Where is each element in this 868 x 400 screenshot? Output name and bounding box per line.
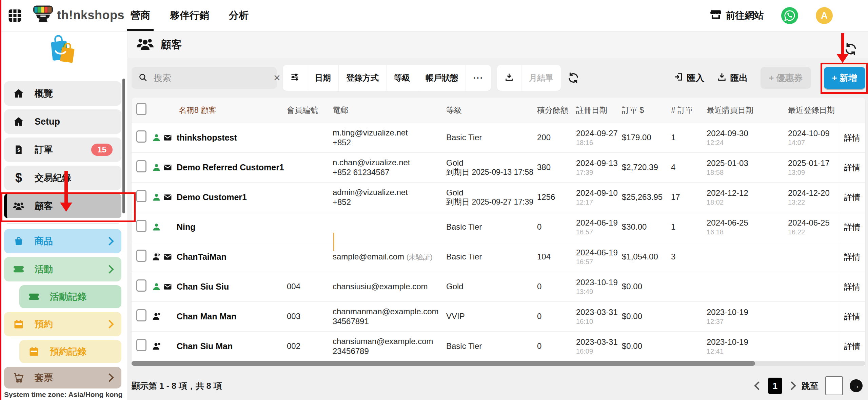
details-link[interactable]: 詳情 [839, 212, 865, 242]
nav-tab-analytics[interactable]: 分析 [229, 9, 249, 22]
orders-amount: $0.00 [609, 341, 658, 351]
import-button[interactable]: 匯入 [674, 72, 704, 84]
monthly-statement-button[interactable]: 月結單 [521, 65, 561, 91]
details-link[interactable]: 詳情 [839, 153, 865, 182]
chevron-right-icon [105, 265, 114, 273]
chevron-right-icon [105, 373, 114, 382]
column-header-email[interactable]: 電郵 [320, 105, 433, 115]
points-balance: 0 [524, 312, 563, 321]
points-balance: 200 [524, 133, 563, 142]
registered-date: 2024-06-1916:57 [563, 248, 609, 266]
clear-search-icon[interactable]: ✕ [273, 73, 281, 83]
statement-group: 月結單 [497, 65, 561, 91]
details-link[interactable]: 詳情 [839, 302, 865, 331]
row-checkbox[interactable] [136, 190, 146, 202]
jump-to-page-input[interactable] [825, 376, 843, 395]
prev-page-icon[interactable] [754, 381, 763, 390]
customer-name[interactable]: Chan Siu Siu [177, 282, 229, 292]
refresh-list-icon[interactable] [568, 72, 579, 84]
last-purchase-date: 2025-01-0318:58 [694, 159, 775, 177]
customer-name[interactable]: thinkshopstest [177, 133, 237, 143]
visit-site-link[interactable]: 前往網站 [710, 9, 764, 23]
table-row: ChanTaiMansample@email.com (未驗証)Basic Ti… [132, 242, 865, 272]
table-footer: 顯示第 1 - 8 項，共 8 項 1 跳至 → [132, 372, 863, 400]
details-link[interactable]: 詳情 [839, 183, 865, 212]
select-all-checkbox[interactable] [136, 103, 146, 115]
column-header-registered[interactable]: 註冊日期 [563, 105, 609, 115]
sidebar-item-orders[interactable]: $ 訂單 15 [4, 138, 121, 162]
member-active-icon [152, 133, 161, 142]
sidebar-item-customers[interactable]: 顧客 [4, 194, 121, 218]
registered-date: 2023-03-3116:09 [563, 337, 609, 356]
sidebar-item-packages[interactable]: 套票 [4, 367, 121, 388]
add-customer-button[interactable]: + 新增 [824, 67, 865, 89]
user-avatar[interactable]: A [816, 7, 833, 24]
sidebar-item-products[interactable]: 商品 [4, 229, 121, 253]
table-body: thinkshopstestm.ting@vizualize.net+852Ba… [132, 123, 865, 361]
last-purchase-date: 2024-12-1218:02 [694, 188, 775, 207]
add-coupon-button[interactable]: + 優惠券 [761, 67, 811, 89]
horizontal-scrollbar-thumb[interactable] [132, 361, 755, 366]
current-page-button[interactable]: 1 [768, 378, 782, 394]
home-icon [13, 116, 24, 127]
next-page-icon[interactable] [787, 381, 796, 390]
customer-name[interactable]: Chan Man Man [177, 312, 236, 322]
filter-account-status-button[interactable]: 帳戶狀態 [418, 65, 466, 91]
registered-date: 2023-10-1913:49 [563, 278, 609, 296]
orders-count: 17 [658, 192, 694, 202]
sidebar-item-bookings[interactable]: 預約 [4, 312, 121, 336]
orders-count: 4 [658, 163, 694, 172]
customer-name[interactable]: Demo Referred Customer1 [177, 163, 284, 173]
row-checkbox[interactable] [136, 309, 146, 321]
column-header-member-no[interactable]: 會員編號 [274, 105, 320, 115]
details-link[interactable]: 詳情 [839, 242, 865, 272]
column-header-last-login[interactable]: 最近登錄日期 [775, 105, 839, 115]
email-unverified-note: (未驗証) [407, 253, 433, 261]
more-filters-button[interactable]: ··· [466, 65, 491, 91]
last-login-date: 2024-12-2013:22 [775, 188, 839, 207]
sidebar-item-transactions[interactable]: $ 交易紀錄 [4, 166, 121, 190]
customer-name[interactable]: ChanTaiMan [177, 252, 226, 262]
customers-table: 名稱8 顧客 會員編號 電郵 等級 積分餘額 註冊日期 訂單 $ # 訂單 最近… [132, 98, 865, 366]
app-grid-icon[interactable] [7, 8, 22, 23]
download-statement-button[interactable] [497, 65, 521, 91]
column-header-points[interactable]: 積分餘額 [524, 105, 563, 115]
row-checkbox[interactable] [136, 160, 146, 172]
sidebar-item-setup[interactable]: Setup [4, 109, 121, 134]
sidebar-item-overview[interactable]: 概覽 [4, 81, 121, 106]
filter-date-button[interactable]: 日期 [307, 65, 339, 91]
column-header-name[interactable]: 名稱8 顧客 [147, 105, 274, 115]
filter-signup-method-button[interactable]: 登錄方式 [339, 65, 387, 91]
nav-tab-business[interactable]: 營商 [131, 9, 150, 22]
filter-sliders-button[interactable] [283, 65, 307, 91]
customer-name[interactable]: Demo Customer1 [177, 192, 247, 203]
email-cell: chanmanman@example.com34567891 [320, 307, 433, 326]
sidebar-item-events[interactable]: 活動 [4, 257, 121, 281]
row-checkbox[interactable] [136, 220, 146, 232]
row-checkbox[interactable] [136, 130, 146, 143]
column-header-orders-amount[interactable]: 訂單 $ [609, 105, 658, 115]
column-header-orders-count[interactable]: # 訂單 [658, 105, 694, 115]
sidebar-scrollbar[interactable] [122, 79, 125, 213]
last-login-date: 2024-06-2516:22 [775, 218, 839, 236]
sidebar-item-booking-records[interactable]: 預約記錄 [19, 340, 121, 363]
filter-tier-button[interactable]: 等級 [387, 65, 418, 91]
column-header-last-purchase[interactable]: 最近購買日期 [694, 105, 775, 115]
row-checkbox[interactable] [136, 339, 146, 351]
search-input[interactable] [153, 72, 268, 84]
whatsapp-icon[interactable] [781, 7, 798, 24]
export-button[interactable]: 匯出 [717, 72, 748, 84]
jump-go-icon[interactable]: → [850, 379, 863, 392]
nav-tab-partner-marketing[interactable]: 夥伴行銷 [170, 9, 209, 22]
details-link[interactable]: 詳情 [839, 123, 865, 152]
sidebar-item-event-records[interactable]: 活動記錄 [19, 285, 121, 308]
details-link[interactable]: 詳情 [839, 272, 865, 301]
column-header-tier[interactable]: 等級 [433, 105, 524, 115]
refresh-icon[interactable] [844, 43, 857, 56]
details-link[interactable]: 詳情 [839, 332, 865, 361]
customer-name[interactable]: Ning [177, 222, 196, 232]
row-checkbox[interactable] [136, 279, 146, 292]
row-checkbox[interactable] [136, 250, 146, 262]
customer-name[interactable]: Chan Siu Man [177, 341, 233, 352]
brand-logo[interactable]: th!nkshops [33, 5, 124, 26]
